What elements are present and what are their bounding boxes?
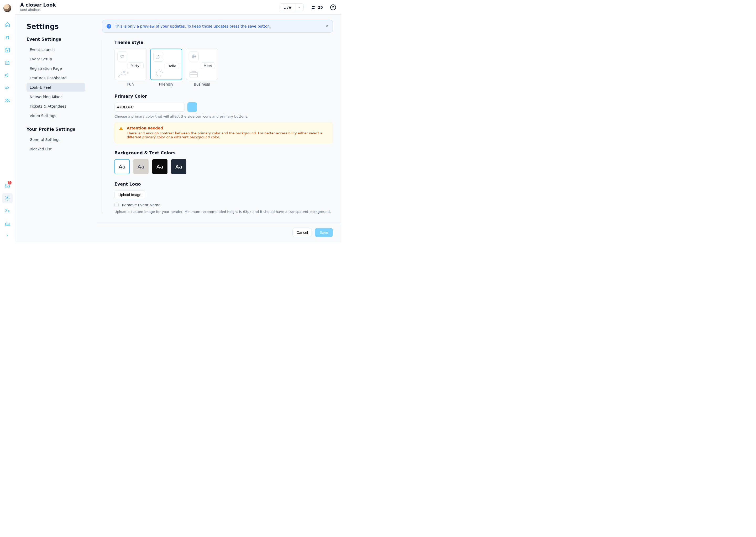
primary-color-heading: Primary Color	[114, 94, 333, 99]
nav-event-launch[interactable]: Event Launch	[26, 45, 85, 54]
form-footer: Cancel Save	[97, 223, 341, 242]
chat-icon	[153, 52, 163, 62]
svg-point-7	[314, 6, 315, 7]
bg-option-black[interactable]: Aa	[152, 159, 167, 174]
live-status-button[interactable]: Live	[280, 4, 295, 11]
cancel-button[interactable]: Cancel	[292, 228, 312, 237]
svg-point-6	[312, 6, 314, 7]
nav-calendar-icon[interactable]	[2, 45, 13, 55]
bg-option-dark[interactable]: Aa	[171, 159, 187, 174]
remove-event-name-checkbox[interactable]	[114, 203, 119, 207]
save-button[interactable]: Save	[315, 228, 333, 237]
nav-section-profile: Your Profile Settings	[26, 127, 85, 132]
inbox-badge: 5	[8, 181, 12, 185]
live-status-dropdown[interactable]	[295, 4, 304, 11]
primary-color-help: Choose a primary color that will affect …	[114, 114, 333, 118]
close-icon[interactable]: ✕	[325, 24, 328, 28]
bg-option-sepia[interactable]: Aa	[133, 159, 148, 174]
nav-megaphone-icon[interactable]	[2, 70, 13, 80]
chevron-down-icon	[298, 6, 301, 9]
svg-point-4	[6, 209, 7, 211]
theme-business[interactable]: Meet Business	[186, 49, 218, 86]
attendees-count-value: 25	[318, 5, 323, 10]
nav-analytics-icon[interactable]	[2, 218, 13, 228]
bg-option-light[interactable]: Aa	[114, 159, 130, 174]
remove-event-name-label: Remove Event Name	[122, 203, 160, 207]
nav-features-dashboard[interactable]: Features Dashboard	[26, 74, 85, 82]
nav-handshake-icon[interactable]	[2, 82, 13, 93]
nav-blocked-list[interactable]: Blocked List	[26, 145, 85, 153]
question-mark-icon: ?	[332, 5, 334, 9]
info-icon: i	[106, 24, 111, 29]
avatar[interactable]	[3, 4, 11, 12]
bg-text-heading: Background & Text Colors	[114, 150, 333, 155]
upload-image-button[interactable]: Upload Image	[114, 190, 145, 199]
event-logo-heading: Event Logo	[114, 182, 333, 186]
nav-inbox-icon[interactable]: 5	[2, 180, 13, 191]
theme-fun[interactable]: Party! Fun	[114, 49, 147, 86]
people-icon	[311, 5, 316, 10]
nav-general-settings[interactable]: General Settings	[26, 136, 85, 144]
icon-rail: 5	[0, 0, 15, 242]
event-subtitle: Konf-abulous	[20, 8, 56, 12]
nav-building-icon[interactable]	[2, 57, 13, 68]
globe-icon	[189, 52, 199, 62]
svg-point-3	[7, 197, 8, 199]
theme-friendly-label: Friendly	[159, 82, 173, 86]
warning-title: Attention needed	[127, 126, 328, 130]
theme-business-label: Business	[194, 82, 210, 86]
svg-point-8	[127, 72, 128, 73]
nav-tickets-attendees[interactable]: Tickets & Attendees	[26, 102, 85, 110]
nav-networking-mixer[interactable]: Networking Mixer	[26, 93, 85, 101]
nav-video-settings[interactable]: Video Settings	[26, 111, 85, 120]
theme-friendly[interactable]: Hello Friendly	[150, 49, 182, 86]
svg-point-2	[8, 99, 9, 101]
theme-style-heading: Theme style	[114, 40, 333, 45]
nav-look-and-feel[interactable]: Look & Feel	[26, 83, 85, 92]
topbar: A closer Look Konf-abulous Live 25 ?	[15, 0, 341, 15]
theme-fun-label: Fun	[127, 82, 134, 86]
preview-banner-text: This is only a preview of your updates. …	[115, 24, 271, 28]
svg-point-5	[8, 211, 9, 212]
settings-sidebar: Settings Event Settings Event Launch Eve…	[15, 15, 85, 242]
primary-color-input[interactable]	[114, 103, 185, 111]
nav-people-icon[interactable]	[2, 95, 13, 105]
nav-event-setup[interactable]: Event Setup	[26, 55, 85, 63]
heart-icon	[117, 52, 127, 62]
rail-collapse-toggle[interactable]	[2, 231, 13, 240]
warning-body: There isn't enough contrast between the …	[127, 131, 328, 139]
nav-home-icon[interactable]	[2, 20, 13, 30]
nav-section-event: Event Settings	[26, 37, 85, 42]
contrast-warning: Attention needed There isn't enough cont…	[114, 122, 333, 143]
nav-podium-icon[interactable]	[2, 32, 13, 43]
attendees-count-widget[interactable]: 25	[311, 5, 323, 10]
nav-team-settings-icon[interactable]	[2, 206, 13, 216]
event-title: A closer Look	[20, 2, 56, 8]
event-logo-help: Upload a custom image for your header. M…	[114, 210, 333, 214]
warning-icon	[119, 127, 123, 130]
preview-info-banner: i This is only a preview of your updates…	[102, 20, 333, 32]
svg-point-1	[6, 99, 7, 101]
help-button[interactable]: ?	[330, 4, 336, 10]
page-title: Settings	[26, 22, 85, 30]
nav-settings-icon[interactable]	[2, 193, 13, 203]
primary-color-swatch[interactable]	[188, 103, 197, 112]
live-status-group: Live	[279, 3, 304, 11]
svg-rect-10	[190, 72, 198, 77]
nav-registration-page[interactable]: Registration Page	[26, 64, 85, 73]
